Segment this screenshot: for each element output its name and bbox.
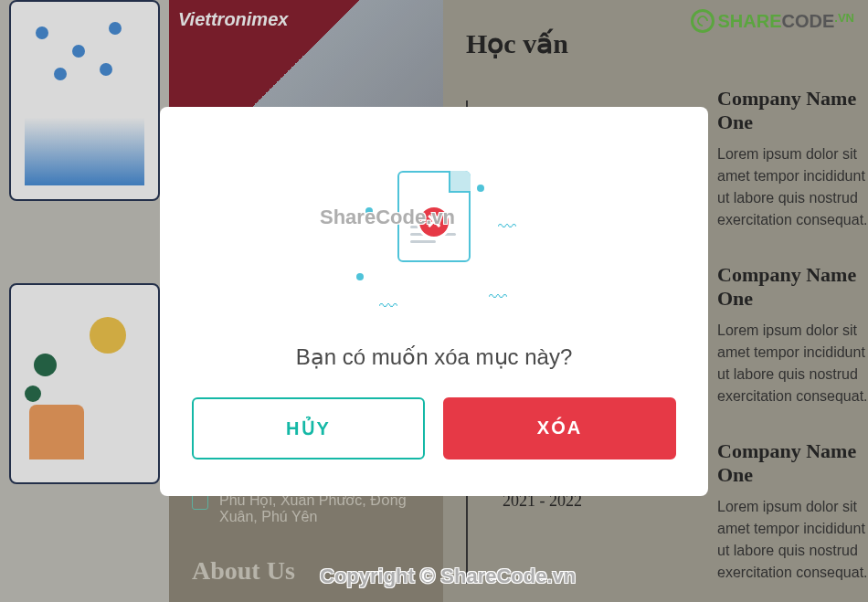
delete-confirm-modal: 〰 〰 〰 〰 ✕ Bạn có muốn xóa mục này? HỦY X… xyxy=(160,107,708,496)
modal-question: Bạn có muốn xóa mục này? xyxy=(192,344,676,370)
document-icon: ✕ xyxy=(397,171,471,262)
delete-button[interactable]: XÓA xyxy=(443,397,676,459)
modal-buttons: HỦY XÓA xyxy=(192,397,676,459)
modal-overlay[interactable]: 〰 〰 〰 〰 ✕ Bạn có muốn xóa mục này? HỦY X… xyxy=(0,0,868,602)
cancel-button[interactable]: HỦY xyxy=(192,397,425,459)
delete-illustration: 〰 〰 〰 〰 ✕ xyxy=(343,171,525,317)
error-x-icon: ✕ xyxy=(417,205,451,239)
